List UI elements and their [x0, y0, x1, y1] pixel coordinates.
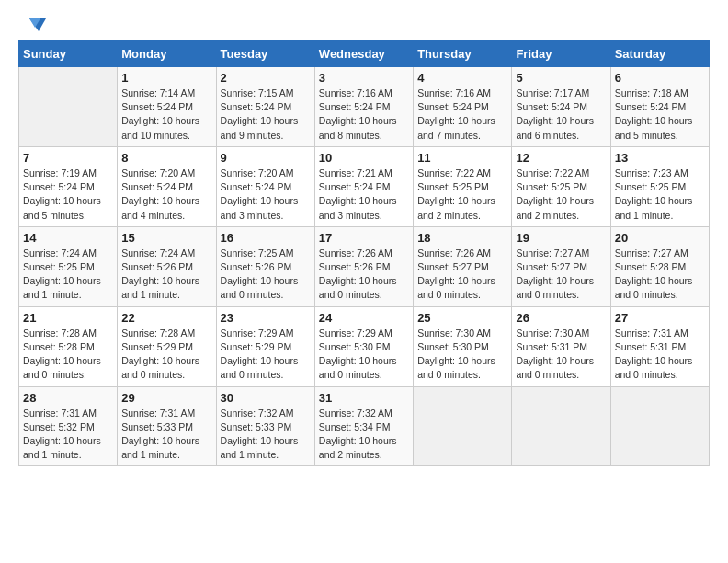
day-number: 6 — [615, 71, 705, 85]
calendar-cell: 8Sunrise: 7:20 AM Sunset: 5:24 PM Daylig… — [118, 146, 216, 226]
calendar-week-3: 14Sunrise: 7:24 AM Sunset: 5:25 PM Dayli… — [19, 226, 710, 306]
day-number: 8 — [121, 151, 211, 165]
calendar-cell: 12Sunrise: 7:22 AM Sunset: 5:25 PM Dayli… — [512, 146, 610, 226]
day-number: 4 — [417, 71, 507, 85]
calendar-cell: 10Sunrise: 7:21 AM Sunset: 5:24 PM Dayli… — [314, 146, 413, 226]
header-monday: Monday — [118, 41, 216, 67]
day-number: 29 — [121, 391, 211, 405]
day-info: Sunrise: 7:27 AM Sunset: 5:28 PM Dayligh… — [615, 247, 705, 303]
calendar-cell — [414, 386, 512, 466]
calendar-cell: 28Sunrise: 7:31 AM Sunset: 5:32 PM Dayli… — [19, 386, 118, 466]
header-wednesday: Wednesday — [314, 41, 413, 67]
logo — [18, 18, 48, 35]
day-info: Sunrise: 7:24 AM Sunset: 5:26 PM Dayligh… — [121, 247, 211, 303]
calendar-week-1: 1Sunrise: 7:14 AM Sunset: 5:24 PM Daylig… — [19, 67, 710, 147]
day-number: 23 — [221, 311, 311, 325]
day-info: Sunrise: 7:29 AM Sunset: 5:30 PM Dayligh… — [319, 327, 409, 383]
day-info: Sunrise: 7:20 AM Sunset: 5:24 PM Dayligh… — [221, 167, 311, 223]
day-number: 11 — [417, 151, 507, 165]
day-info: Sunrise: 7:22 AM Sunset: 5:25 PM Dayligh… — [516, 167, 606, 223]
calendar-week-4: 21Sunrise: 7:28 AM Sunset: 5:28 PM Dayli… — [19, 306, 710, 386]
day-number: 16 — [221, 231, 311, 245]
calendar-cell: 5Sunrise: 7:17 AM Sunset: 5:24 PM Daylig… — [512, 67, 610, 147]
calendar-cell: 1Sunrise: 7:14 AM Sunset: 5:24 PM Daylig… — [118, 67, 216, 147]
calendar-header-row: SundayMondayTuesdayWednesdayThursdayFrid… — [19, 41, 710, 67]
day-number: 3 — [319, 71, 409, 85]
calendar-cell: 7Sunrise: 7:19 AM Sunset: 5:24 PM Daylig… — [19, 146, 118, 226]
day-info: Sunrise: 7:17 AM Sunset: 5:24 PM Dayligh… — [516, 86, 606, 143]
day-number: 22 — [121, 311, 211, 325]
calendar-cell: 11Sunrise: 7:22 AM Sunset: 5:25 PM Dayli… — [414, 146, 512, 226]
calendar-cell: 13Sunrise: 7:23 AM Sunset: 5:25 PM Dayli… — [610, 146, 709, 226]
day-number: 7 — [23, 151, 113, 165]
day-number: 2 — [221, 71, 311, 85]
day-number: 12 — [516, 151, 606, 165]
calendar-cell: 15Sunrise: 7:24 AM Sunset: 5:26 PM Dayli… — [118, 226, 216, 306]
day-info: Sunrise: 7:30 AM Sunset: 5:31 PM Dayligh… — [516, 327, 606, 383]
day-info: Sunrise: 7:22 AM Sunset: 5:25 PM Dayligh… — [417, 167, 507, 223]
day-number: 17 — [319, 231, 409, 245]
calendar-cell: 14Sunrise: 7:24 AM Sunset: 5:25 PM Dayli… — [19, 226, 118, 306]
day-number: 18 — [417, 231, 507, 245]
calendar-cell: 30Sunrise: 7:32 AM Sunset: 5:33 PM Dayli… — [216, 386, 314, 466]
calendar-week-5: 28Sunrise: 7:31 AM Sunset: 5:32 PM Dayli… — [19, 386, 710, 466]
day-number: 31 — [319, 391, 409, 405]
calendar-cell: 20Sunrise: 7:27 AM Sunset: 5:28 PM Dayli… — [610, 226, 709, 306]
day-info: Sunrise: 7:23 AM Sunset: 5:25 PM Dayligh… — [615, 167, 705, 223]
calendar-cell: 16Sunrise: 7:25 AM Sunset: 5:26 PM Dayli… — [216, 226, 314, 306]
day-info: Sunrise: 7:20 AM Sunset: 5:24 PM Dayligh… — [121, 167, 211, 223]
calendar-cell: 25Sunrise: 7:30 AM Sunset: 5:30 PM Dayli… — [414, 306, 512, 386]
calendar-cell: 17Sunrise: 7:26 AM Sunset: 5:26 PM Dayli… — [314, 226, 413, 306]
calendar-cell: 24Sunrise: 7:29 AM Sunset: 5:30 PM Dayli… — [314, 306, 413, 386]
day-info: Sunrise: 7:28 AM Sunset: 5:28 PM Dayligh… — [23, 327, 113, 383]
day-info: Sunrise: 7:19 AM Sunset: 5:24 PM Dayligh… — [23, 167, 113, 223]
day-info: Sunrise: 7:28 AM Sunset: 5:29 PM Dayligh… — [121, 327, 211, 383]
day-number: 13 — [615, 151, 705, 165]
calendar-table: SundayMondayTuesdayWednesdayThursdayFrid… — [18, 40, 710, 466]
header-saturday: Saturday — [610, 41, 709, 67]
day-number: 27 — [615, 311, 705, 325]
day-info: Sunrise: 7:31 AM Sunset: 5:31 PM Dayligh… — [615, 327, 705, 383]
day-number: 26 — [516, 311, 606, 325]
day-info: Sunrise: 7:30 AM Sunset: 5:30 PM Dayligh… — [417, 327, 507, 383]
day-number: 1 — [121, 71, 211, 85]
day-info: Sunrise: 7:32 AM Sunset: 5:34 PM Dayligh… — [319, 407, 409, 463]
day-info: Sunrise: 7:32 AM Sunset: 5:33 PM Dayligh… — [221, 407, 311, 463]
logo-icon — [20, 15, 48, 35]
calendar-cell: 27Sunrise: 7:31 AM Sunset: 5:31 PM Dayli… — [610, 306, 709, 386]
day-info: Sunrise: 7:27 AM Sunset: 5:27 PM Dayligh… — [516, 247, 606, 303]
day-number: 28 — [23, 391, 113, 405]
day-number: 15 — [121, 231, 211, 245]
calendar-cell: 4Sunrise: 7:16 AM Sunset: 5:24 PM Daylig… — [414, 67, 512, 147]
day-info: Sunrise: 7:26 AM Sunset: 5:27 PM Dayligh… — [417, 247, 507, 303]
day-info: Sunrise: 7:16 AM Sunset: 5:24 PM Dayligh… — [417, 86, 507, 143]
calendar-cell: 31Sunrise: 7:32 AM Sunset: 5:34 PM Dayli… — [314, 386, 413, 466]
calendar-cell — [512, 386, 610, 466]
calendar-cell: 26Sunrise: 7:30 AM Sunset: 5:31 PM Dayli… — [512, 306, 610, 386]
calendar-cell: 9Sunrise: 7:20 AM Sunset: 5:24 PM Daylig… — [216, 146, 314, 226]
calendar-cell: 22Sunrise: 7:28 AM Sunset: 5:29 PM Dayli… — [118, 306, 216, 386]
day-info: Sunrise: 7:14 AM Sunset: 5:24 PM Dayligh… — [121, 86, 211, 143]
day-info: Sunrise: 7:26 AM Sunset: 5:26 PM Dayligh… — [319, 247, 409, 303]
day-number: 10 — [319, 151, 409, 165]
calendar-cell: 23Sunrise: 7:29 AM Sunset: 5:29 PM Dayli… — [216, 306, 314, 386]
header-tuesday: Tuesday — [216, 41, 314, 67]
page-header — [18, 18, 710, 35]
calendar-cell: 29Sunrise: 7:31 AM Sunset: 5:33 PM Dayli… — [118, 386, 216, 466]
day-info: Sunrise: 7:31 AM Sunset: 5:32 PM Dayligh… — [23, 407, 113, 463]
day-info: Sunrise: 7:15 AM Sunset: 5:24 PM Dayligh… — [221, 86, 311, 143]
day-info: Sunrise: 7:29 AM Sunset: 5:29 PM Dayligh… — [221, 327, 311, 383]
calendar-cell: 6Sunrise: 7:18 AM Sunset: 5:24 PM Daylig… — [610, 67, 709, 147]
calendar-cell — [19, 67, 118, 147]
day-number: 20 — [615, 231, 705, 245]
calendar-cell: 19Sunrise: 7:27 AM Sunset: 5:27 PM Dayli… — [512, 226, 610, 306]
day-info: Sunrise: 7:24 AM Sunset: 5:25 PM Dayligh… — [23, 247, 113, 303]
day-number: 30 — [221, 391, 311, 405]
day-info: Sunrise: 7:21 AM Sunset: 5:24 PM Dayligh… — [319, 167, 409, 223]
day-info: Sunrise: 7:16 AM Sunset: 5:24 PM Dayligh… — [319, 86, 409, 143]
calendar-week-2: 7Sunrise: 7:19 AM Sunset: 5:24 PM Daylig… — [19, 146, 710, 226]
calendar-cell: 21Sunrise: 7:28 AM Sunset: 5:28 PM Dayli… — [19, 306, 118, 386]
calendar-cell: 2Sunrise: 7:15 AM Sunset: 5:24 PM Daylig… — [216, 67, 314, 147]
day-number: 14 — [23, 231, 113, 245]
day-number: 9 — [221, 151, 311, 165]
